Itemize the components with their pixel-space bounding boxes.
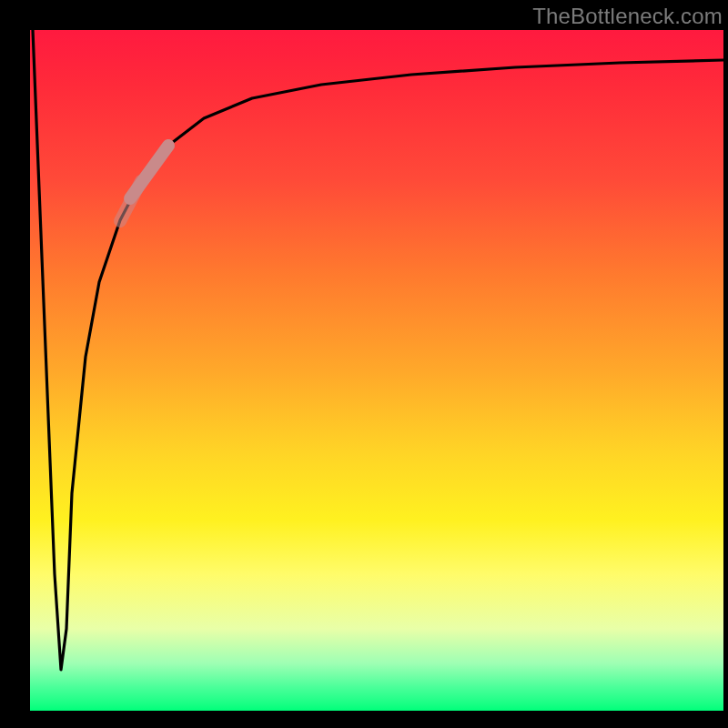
chart-frame: TheBottleneck.com: [0, 0, 728, 728]
curve-path: [33, 30, 723, 670]
curve-svg: [30, 30, 723, 711]
plot-area: [30, 30, 723, 711]
watermark-text: TheBottleneck.com: [532, 4, 723, 29]
bottleneck-curve: [33, 30, 723, 670]
curve-highlight: [130, 146, 168, 198]
